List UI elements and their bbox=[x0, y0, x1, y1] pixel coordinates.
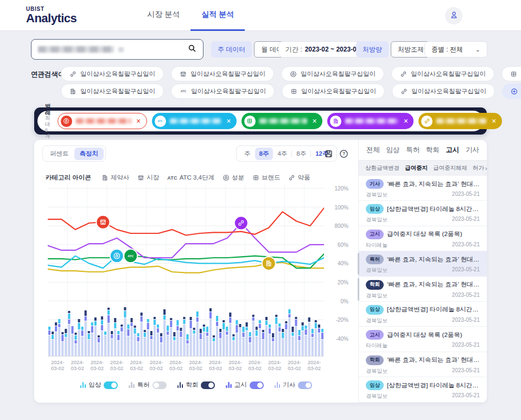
bar-chart-icon bbox=[80, 382, 86, 388]
x-axis-labels: 2024-03-022024-03-022024-03-022024-03-02… bbox=[48, 359, 324, 371]
news-item[interactable]: 임상[상한금액변경] 타이레놀 8시간 이알 서방...경북일보2023-05-… bbox=[359, 201, 487, 226]
y-axis-labels: 120%100%800%60%40%20%0%-20%-40% bbox=[326, 184, 348, 357]
marker-flask-icon bbox=[110, 249, 124, 263]
news-subtab-급여중지해제[interactable]: 급여중지해제 bbox=[433, 164, 467, 172]
category-legend-label: 약품 bbox=[297, 174, 310, 182]
related-search-pill[interactable]: 일이삼사오육칠팔구십일이 bbox=[392, 84, 495, 99]
related-search-pill[interactable]: 일이삼사오육칠팔구십일이 bbox=[391, 66, 494, 81]
company-icon bbox=[330, 116, 341, 127]
news-tab-특허[interactable]: 특허 bbox=[406, 145, 420, 155]
news-item-title: 급여중지 대상 목록 (2품목) bbox=[387, 331, 462, 339]
news-item[interactable]: 기사‘빠른 효과, 지속되는 효과’ 현대인의 통증과...경북일보2023-0… bbox=[359, 176, 487, 201]
remove-legend-icon[interactable]: ✕ bbox=[226, 118, 231, 125]
news-item-badge: 특허 bbox=[366, 254, 384, 264]
remove-legend-icon[interactable]: ✕ bbox=[136, 118, 141, 125]
news-item[interactable]: 임상[상한금액변경] 타이레놀 8시간 이알 서방...경북일보2023-05-… bbox=[359, 377, 487, 402]
news-item[interactable]: 학회‘빠른 효과, 지속되는 효과’ 현대인의 통증과...경북일보2023-0… bbox=[359, 352, 487, 377]
chart-plot[interactable]: ATC bbox=[48, 184, 324, 357]
legend-pill[interactable]: ✕ bbox=[418, 113, 501, 129]
toggle-switch[interactable] bbox=[201, 381, 215, 389]
species-select[interactable]: 종별 : 전체 ⌄ bbox=[424, 41, 487, 58]
x-tick-label: 2024-03-02 bbox=[126, 359, 146, 371]
remove-legend-icon[interactable]: ✕ bbox=[403, 118, 408, 125]
category-icon-legend: 카테고리 아이콘제약사시장ATCATC 3,4단계성분브랜드약품 bbox=[46, 174, 310, 182]
news-item-date: 2023-05-21 bbox=[452, 367, 480, 375]
related-search-pill[interactable]: 일이삼사오육칠팔구십일이 bbox=[171, 66, 274, 81]
news-item[interactable]: 고시급여중지 대상 목록 (2품목)타이레놀2023-05-21 bbox=[359, 327, 487, 352]
save-image-button[interactable] bbox=[323, 148, 334, 159]
news-item-title: 급여중지 대상 목록 (2품목) bbox=[387, 230, 462, 238]
news-subtab-상환금액변경[interactable]: 상환금액변경 bbox=[365, 164, 399, 172]
x-tick-line1: 2024- bbox=[48, 359, 67, 365]
measure-button[interactable]: 측정치 bbox=[74, 148, 104, 160]
week-option-3[interactable]: 8주 bbox=[292, 148, 310, 160]
news-item-row2: 타이레놀2023-05-21 bbox=[366, 241, 480, 249]
week-data-button[interactable]: 주 데이터 bbox=[211, 41, 252, 58]
legend-pill[interactable]: ✕ bbox=[58, 113, 147, 129]
remove-legend-icon[interactable]: ✕ bbox=[312, 118, 317, 125]
period-value: 2023-02 ~ 2023-03 bbox=[305, 46, 360, 53]
search-redacted-text bbox=[38, 46, 114, 53]
search-icon[interactable] bbox=[188, 44, 196, 55]
news-subtab-급여중지[interactable]: 급여중지 bbox=[405, 164, 428, 172]
legend-pill[interactable]: ✕ bbox=[327, 113, 414, 129]
related-search-pill[interactable]: 일이삼사오육칠팔구십일이 bbox=[281, 66, 384, 81]
chevron-right-icon: › bbox=[485, 165, 487, 171]
user-button[interactable] bbox=[445, 7, 462, 24]
news-subtab-허가[interactable]: 허가› bbox=[473, 164, 487, 172]
week-option-1[interactable]: 8주 bbox=[255, 148, 274, 160]
news-item[interactable]: 특허‘빠른 효과, 지속되는 효과’ 현대인의 통증과...경북일보2023-0… bbox=[359, 251, 487, 276]
news-item-date: 2023-05-21 bbox=[452, 216, 480, 224]
related-search-pill-label: 일이삼사오육칠팔구십일이 bbox=[411, 87, 486, 96]
scrollbar-thumb[interactable] bbox=[358, 253, 359, 275]
week-option-0[interactable]: 주 bbox=[240, 148, 255, 160]
search-input[interactable] bbox=[31, 39, 204, 60]
related-search-pill[interactable]: 일이삼사오육칠팔구십일이 bbox=[501, 66, 521, 81]
week-option-2[interactable]: 4주 bbox=[273, 148, 291, 160]
news-item-title: [상한금액변경] 타이레놀 8시간 이알 서방... bbox=[387, 205, 480, 213]
news-tab-학회[interactable]: 학회 bbox=[426, 145, 440, 155]
related-search-pill[interactable]: 일이삼사오육칠팔구십일이 bbox=[61, 66, 164, 81]
percent-button[interactable]: 퍼센트 bbox=[45, 148, 74, 160]
period-chip[interactable]: 기간 : 2023-02 ~ 2023-03 bbox=[278, 41, 367, 58]
news-tab-기사[interactable]: 기사 bbox=[466, 145, 479, 155]
scrollbar-thumb-2[interactable] bbox=[358, 278, 359, 301]
toggle-switch[interactable] bbox=[104, 381, 118, 389]
news-item-title: [상한금액변경] 타이레놀 8시간 이알 서방... bbox=[387, 381, 480, 390]
add-comparison-search-button[interactable]: 비교검색어 추가 bbox=[502, 84, 521, 99]
x-tick-line2: 03-02 bbox=[206, 365, 225, 371]
news-tab-고시[interactable]: 고시 bbox=[446, 145, 459, 155]
y-tick-label: 60% bbox=[338, 241, 348, 247]
news-tab-전체[interactable]: 전체 bbox=[366, 145, 380, 155]
tab-performance-analysis[interactable]: 실적 분석 bbox=[190, 0, 245, 31]
news-item[interactable]: 임상[상한금액변경] 타이레놀 8시간 이알 서방...경북일보2023-05-… bbox=[359, 302, 487, 327]
toggle-switch[interactable] bbox=[250, 381, 264, 389]
related-search-pill[interactable]: 일이삼사오육칠팔구십일이 bbox=[282, 84, 385, 99]
toggle-switch[interactable] bbox=[298, 381, 312, 389]
news-item-row2: 경북일보2023-05-21 bbox=[366, 292, 480, 300]
news-item-badge: 임상 bbox=[366, 305, 384, 315]
news-item[interactable]: 학회‘빠른 효과, 지속되는 효과’ 현대인의 통증과...경북일보2023-0… bbox=[359, 277, 487, 302]
news-tab-임상[interactable]: 임상 bbox=[386, 145, 400, 155]
main-nav: 시장 분석 실적 분석 bbox=[136, 0, 245, 31]
x-tick-line2: 03-02 bbox=[67, 365, 87, 371]
x-tick-label: 2024-03-02 bbox=[67, 359, 87, 371]
help-button[interactable]: ? bbox=[338, 148, 349, 159]
rx-volume-button[interactable]: 처방량 bbox=[356, 41, 389, 58]
related-search-pill[interactable]: 일이삼사오육칠팔구십일이 bbox=[61, 84, 164, 99]
related-search-pill-label: 일이삼사오육칠팔구십일이 bbox=[301, 87, 376, 96]
legend-pill[interactable]: ATC✕ bbox=[152, 113, 237, 129]
related-search-pill[interactable]: ATC일이삼사오육칠팔구십일이 bbox=[171, 84, 275, 99]
news-item-row1: 고시급여중지 대상 목록 (2품목) bbox=[366, 230, 480, 239]
tab-market-analysis[interactable]: 시장 분석 bbox=[136, 0, 190, 31]
toggle-switch[interactable] bbox=[153, 381, 167, 389]
news-item-source: 경북일보 bbox=[366, 191, 387, 199]
x-tick-line2: 03-02 bbox=[48, 365, 67, 371]
news-item[interactable]: 고시급여중지 대상 목록 (2품목)타이레놀2023-05-21 bbox=[359, 226, 487, 251]
flask-icon bbox=[61, 116, 72, 127]
logo-analytics: Analytics bbox=[26, 12, 77, 24]
legend-pill[interactable]: ✕ bbox=[242, 113, 322, 129]
remove-legend-icon[interactable]: ✕ bbox=[491, 118, 496, 125]
category-legend-label: 브랜드 bbox=[262, 174, 281, 182]
news-item-date: 2023-05-21 bbox=[452, 392, 480, 400]
